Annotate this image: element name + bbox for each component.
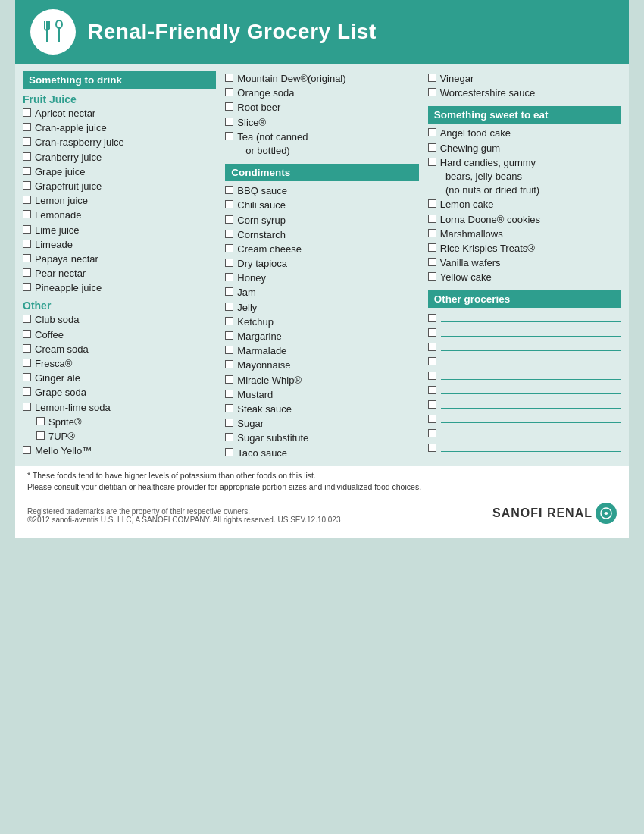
checkbox[interactable]	[23, 167, 31, 175]
checkbox[interactable]	[428, 258, 436, 266]
checkbox[interactable]	[225, 331, 233, 340]
drink-section-header: Something to drink	[23, 71, 216, 89]
checkbox[interactable]	[428, 215, 436, 223]
sanofi-logo: SANOFI RENAL	[492, 503, 617, 524]
checkbox[interactable]	[428, 229, 436, 237]
checkbox[interactable]	[225, 132, 233, 140]
grocery-blank-line	[428, 412, 621, 423]
checkbox[interactable]	[23, 315, 31, 323]
checkbox[interactable]	[23, 268, 31, 277]
checkbox[interactable]	[23, 225, 31, 234]
checkbox[interactable]	[428, 88, 436, 96]
checkbox[interactable]	[225, 273, 233, 281]
checkbox[interactable]	[225, 303, 233, 311]
checkbox[interactable]	[23, 403, 31, 411]
list-item: Coffee	[23, 328, 216, 342]
checkbox[interactable]	[23, 137, 31, 146]
checkbox[interactable]	[225, 200, 233, 208]
list-item: Mustard	[225, 388, 418, 402]
checkbox[interactable]	[428, 158, 436, 166]
checkbox[interactable]	[225, 118, 233, 126]
other-drinks-subheader: Other	[23, 299, 216, 312]
list-item: Lemonade	[23, 208, 216, 222]
footer: Registered trademarks are the property o…	[15, 497, 629, 530]
checkbox[interactable]	[428, 243, 436, 252]
list-item: Cornstarch	[225, 228, 418, 242]
checkbox[interactable]	[428, 444, 436, 452]
checkbox[interactable]	[428, 429, 436, 437]
checkbox[interactable]	[225, 375, 233, 384]
list-item: Hard candies, gummy bears, jelly beans (…	[428, 156, 621, 198]
checkbox[interactable]	[428, 357, 436, 365]
list-item: Orange soda	[225, 86, 418, 100]
checkbox[interactable]	[23, 181, 31, 190]
list-item: Yellow cake	[428, 271, 621, 284]
checkbox[interactable]	[428, 400, 436, 409]
checkbox[interactable]	[36, 417, 45, 425]
checkbox[interactable]	[225, 259, 233, 267]
checkbox[interactable]	[225, 448, 233, 456]
list-item: BBQ sauce	[225, 184, 418, 198]
list-item: Jam	[225, 286, 418, 299]
checkbox[interactable]	[428, 272, 436, 281]
checkbox[interactable]	[225, 74, 233, 82]
list-item: Chili sauce	[225, 199, 418, 212]
checkbox[interactable]	[23, 196, 31, 204]
checkbox[interactable]	[428, 74, 436, 82]
grocery-blank-line	[428, 398, 621, 409]
list-item: Ginger ale	[23, 372, 216, 385]
checkbox[interactable]	[23, 387, 31, 396]
checkbox[interactable]	[428, 343, 436, 351]
consult-note: Please consult your dietitian or healthc…	[27, 481, 617, 494]
checkbox[interactable]	[23, 210, 31, 218]
checkbox[interactable]	[428, 143, 436, 152]
list-item: Mayonnaise	[225, 359, 418, 372]
list-item: Corn syrup	[225, 214, 418, 227]
checkbox[interactable]	[23, 446, 31, 454]
checkbox[interactable]	[225, 244, 233, 252]
checkbox[interactable]	[23, 254, 31, 262]
checkbox[interactable]	[225, 404, 233, 412]
checkbox[interactable]	[428, 415, 436, 423]
checkbox[interactable]	[23, 108, 31, 117]
blank-line	[441, 398, 621, 409]
list-item: Honey	[225, 271, 418, 285]
checkbox[interactable]	[23, 240, 31, 248]
checkbox[interactable]	[225, 360, 233, 368]
checkbox[interactable]	[225, 419, 233, 427]
checkbox[interactable]	[36, 431, 45, 440]
checkbox[interactable]	[23, 344, 31, 353]
checkbox[interactable]	[225, 317, 233, 325]
checkbox[interactable]	[428, 199, 436, 208]
checkbox[interactable]	[225, 102, 233, 111]
checkbox[interactable]	[23, 283, 31, 291]
checkbox[interactable]	[225, 230, 233, 238]
checkbox[interactable]	[428, 328, 436, 337]
blank-line	[441, 412, 621, 423]
checkbox[interactable]	[23, 373, 31, 381]
list-item: Steak sauce	[225, 403, 418, 416]
checkbox[interactable]	[23, 123, 31, 131]
list-item: Jelly	[225, 301, 418, 315]
checkbox[interactable]	[225, 186, 233, 194]
checkbox[interactable]	[23, 152, 31, 161]
grocery-blank-line	[428, 340, 621, 351]
checkbox[interactable]	[428, 386, 436, 394]
checkbox[interactable]	[225, 88, 233, 96]
checkbox[interactable]	[23, 359, 31, 367]
checkbox[interactable]	[428, 314, 436, 322]
grocery-blank-line	[428, 427, 621, 437]
list-item: Apricot nectar	[23, 107, 216, 121]
checkbox[interactable]	[225, 287, 233, 296]
list-item: Mello Yello™	[23, 444, 216, 458]
checkbox[interactable]	[225, 346, 233, 354]
footnote: * These foods tend to have higher levels…	[15, 466, 629, 497]
list-item: Rice Krispies Treats®	[428, 242, 621, 256]
checkbox[interactable]	[23, 330, 31, 338]
checkbox[interactable]	[428, 128, 436, 136]
blank-line	[441, 355, 621, 365]
checkbox[interactable]	[428, 372, 436, 380]
checkbox[interactable]	[225, 433, 233, 441]
checkbox[interactable]	[225, 390, 233, 398]
checkbox[interactable]	[225, 215, 233, 224]
